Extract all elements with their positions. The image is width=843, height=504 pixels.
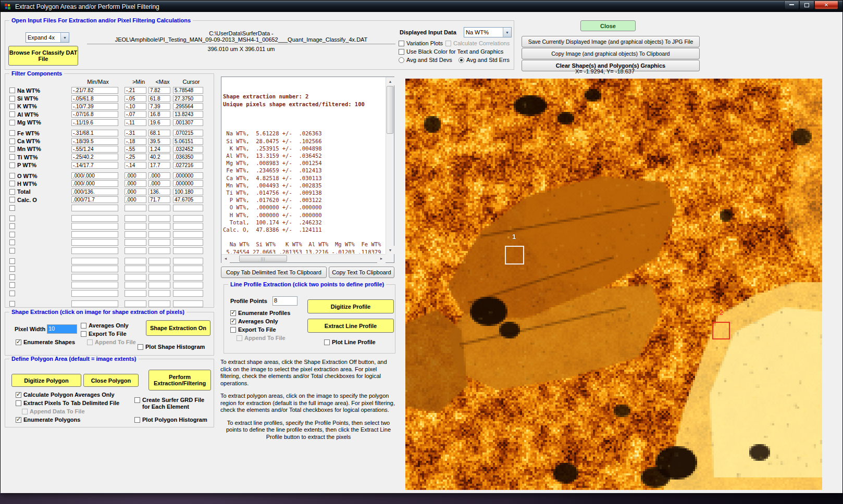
filter-field-gt_min[interactable]: -.25 xyxy=(125,154,146,160)
calc-polygon-averages-checkbox[interactable]: Calculate Polygon Averages Only xyxy=(16,392,115,398)
filter-field-minmax[interactable]: .000/71.7 xyxy=(71,196,118,203)
filter-element-checkbox[interactable] xyxy=(9,301,15,307)
filter-field-cursor[interactable] xyxy=(173,258,203,264)
filter-field-lt_max[interactable]: 39.5 xyxy=(148,138,170,145)
digitize-polygon-button[interactable]: Digitize Polygon xyxy=(11,374,81,387)
filter-element-checkbox[interactable] xyxy=(9,282,15,288)
filter-field-lt_max[interactable] xyxy=(148,290,170,297)
use-black-color-checkbox[interactable]: Use Black Color for Text and Graphics xyxy=(399,48,503,55)
filter-field-gt_min[interactable]: -.05 xyxy=(125,95,146,102)
filter-element-checkbox[interactable] xyxy=(9,240,15,245)
copy-text-button[interactable]: Copy Text To Clipboard xyxy=(329,267,394,278)
filter-field-cursor[interactable]: 27.3750 xyxy=(173,95,203,102)
close-window-button[interactable]: ✕ xyxy=(814,1,838,9)
filter-element-checkbox[interactable] xyxy=(9,87,15,93)
filter-field-gt_min[interactable] xyxy=(125,290,146,297)
filter-field-gt_min[interactable] xyxy=(125,205,146,211)
filter-element-checkbox[interactable] xyxy=(9,96,15,102)
filter-field-minmax[interactable] xyxy=(71,215,118,222)
scroll-up-icon[interactable]: ▲ xyxy=(386,77,394,85)
close-dialog-button[interactable]: Close xyxy=(580,20,636,31)
filter-field-gt_min[interactable]: .000 xyxy=(125,180,146,187)
vertical-scroll-thumb[interactable] xyxy=(387,86,393,134)
plot-polygon-histogram-checkbox[interactable]: Plot Polygon Histogram xyxy=(134,417,207,423)
filter-element-checkbox[interactable] xyxy=(9,274,15,280)
filter-field-lt_max[interactable] xyxy=(148,247,170,254)
filter-field-minmax[interactable]: .000/136. xyxy=(71,188,118,195)
filter-element-checkbox[interactable] xyxy=(9,205,15,211)
filter-field-lt_max[interactable] xyxy=(148,215,170,222)
filter-field-gt_min[interactable]: -.55 xyxy=(125,146,146,153)
filter-element-checkbox[interactable] xyxy=(9,189,15,195)
filter-field-cursor[interactable] xyxy=(173,290,203,297)
filter-field-gt_min[interactable]: -.14 xyxy=(125,162,146,169)
filter-field-cursor[interactable]: 100.180 xyxy=(173,188,203,195)
filter-field-minmax[interactable]: .000/.000 xyxy=(71,172,118,179)
avg-std-devs-radio[interactable]: Avg and Std Devs xyxy=(399,57,452,63)
filter-field-lt_max[interactable]: 7.82 xyxy=(148,87,170,94)
filter-field-minmax[interactable]: -.11/19.6 xyxy=(71,119,118,126)
filter-field-cursor[interactable]: 13.8243 xyxy=(173,111,203,118)
filter-field-cursor[interactable]: .001307 xyxy=(173,119,203,126)
lp-export-to-file-checkbox[interactable]: Export To File xyxy=(230,326,276,333)
filter-field-cursor[interactable]: .070215 xyxy=(173,130,203,136)
filter-field-minmax[interactable]: -.25/40.2 xyxy=(71,154,118,160)
filter-element-checkbox[interactable] xyxy=(9,223,15,229)
filter-element-checkbox[interactable] xyxy=(9,111,15,117)
avg-std-errs-radio[interactable]: Avg and Std Errs xyxy=(458,57,510,63)
filter-field-lt_max[interactable] xyxy=(148,205,170,211)
perform-extraction-filtering-button[interactable]: Perform Extraction/Filtering xyxy=(148,370,211,390)
filter-field-lt_max[interactable] xyxy=(148,239,170,246)
filter-field-cursor[interactable]: .032452 xyxy=(173,146,203,153)
filter-field-gt_min[interactable]: -.11 xyxy=(125,119,146,126)
filter-field-cursor[interactable]: .027216 xyxy=(173,162,203,169)
filter-field-gt_min[interactable]: .000 xyxy=(125,172,146,179)
maximize-button[interactable] xyxy=(799,1,814,9)
filter-field-gt_min[interactable] xyxy=(125,239,146,246)
filter-field-gt_min[interactable]: -.07 xyxy=(125,111,146,118)
filter-field-cursor[interactable]: 47.6705 xyxy=(173,196,203,203)
results-text-area[interactable]: Shape extraction number: 2 Unique pixels… xyxy=(221,77,394,263)
enumerate-profiles-checkbox[interactable]: Enumerate Profiles xyxy=(230,310,290,316)
filter-field-gt_min[interactable] xyxy=(125,247,146,254)
filter-field-minmax[interactable] xyxy=(71,247,118,254)
filter-field-minmax[interactable]: -.31/68.1 xyxy=(71,130,118,136)
filter-field-gt_min[interactable] xyxy=(125,274,146,281)
filter-field-cursor[interactable] xyxy=(173,300,203,307)
filter-field-cursor[interactable] xyxy=(173,247,203,254)
minimize-button[interactable] xyxy=(784,1,799,9)
se-export-to-file-checkbox[interactable]: Export To File xyxy=(81,331,127,337)
lp-averages-only-checkbox[interactable]: Averages Only xyxy=(230,318,278,324)
filter-element-checkbox[interactable] xyxy=(9,130,15,136)
digitize-profile-button[interactable]: Digitize Profile xyxy=(307,299,394,313)
close-polygon-button[interactable]: Close Polygon xyxy=(83,374,139,387)
browse-classify-dat-button[interactable]: Browse For Classify DAT File xyxy=(8,46,78,66)
filter-field-cursor[interactable]: 5.78548 xyxy=(173,87,203,94)
filter-field-lt_max[interactable] xyxy=(148,300,170,307)
profile-points-input[interactable]: 8 xyxy=(272,296,297,306)
pixel-width-input[interactable]: 10 xyxy=(47,324,77,334)
filter-element-checkbox[interactable] xyxy=(9,258,15,264)
filter-element-checkbox[interactable] xyxy=(9,291,15,296)
plot-line-profile-checkbox[interactable]: Plot Line Profile xyxy=(324,339,376,345)
filter-field-cursor[interactable]: 5.06151 xyxy=(173,138,203,145)
filter-field-minmax[interactable] xyxy=(71,266,118,272)
filter-field-gt_min[interactable]: .000 xyxy=(125,196,146,203)
filter-field-lt_max[interactable] xyxy=(148,231,170,238)
filter-field-minmax[interactable] xyxy=(71,300,118,307)
filter-field-minmax[interactable] xyxy=(71,239,118,246)
filter-field-gt_min[interactable] xyxy=(125,300,146,307)
filter-field-minmax[interactable]: -.05/61.8 xyxy=(71,95,118,102)
filter-element-checkbox[interactable] xyxy=(9,266,15,272)
enumerate-shapes-checkbox[interactable]: Enumerate Shapes xyxy=(16,339,75,345)
filter-field-lt_max[interactable]: 136. xyxy=(148,188,170,195)
filter-field-gt_min[interactable]: -.18 xyxy=(125,138,146,145)
filter-field-minmax[interactable] xyxy=(71,282,118,288)
chevron-down-icon[interactable]: ▼ xyxy=(60,33,69,42)
filter-field-cursor[interactable]: .295564 xyxy=(173,103,203,110)
filter-field-gt_min[interactable] xyxy=(125,258,146,264)
title-bar[interactable]: Extract Polygon Areas and/or Perform Pix… xyxy=(1,1,842,12)
filter-field-cursor[interactable] xyxy=(173,266,203,272)
filter-field-cursor[interactable] xyxy=(173,215,203,222)
filter-field-lt_max[interactable] xyxy=(148,266,170,272)
